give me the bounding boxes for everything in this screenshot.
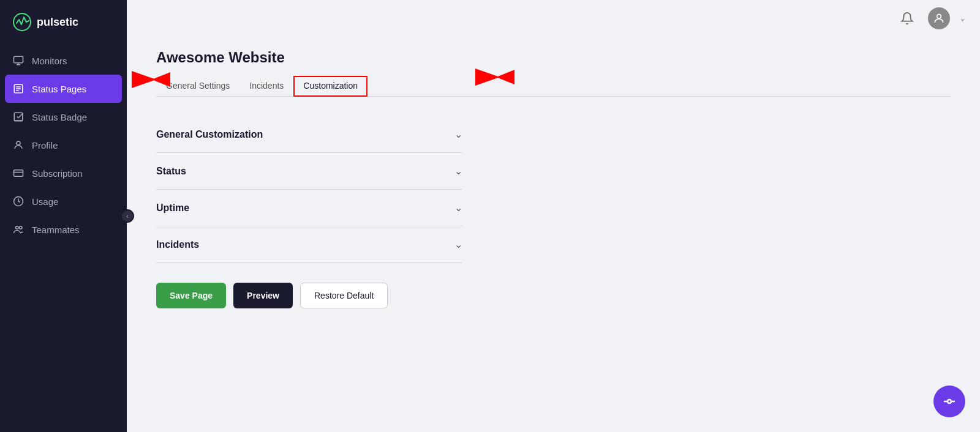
logo-text: pulsetic xyxy=(37,16,78,29)
user-avatar[interactable] xyxy=(928,7,950,29)
page-content: Awesome Website General Settings Inciden… xyxy=(127,37,980,432)
sidebar-item-monitors[interactable]: Monitors xyxy=(0,47,127,75)
tab-customization[interactable]: Customization xyxy=(293,76,368,97)
customization-accordion: General Customization ⌄ Status ⌄ Uptime … xyxy=(156,116,462,263)
restore-default-button[interactable]: Restore Default xyxy=(300,283,388,308)
profile-icon xyxy=(12,139,24,151)
accordion-header-status[interactable]: Status ⌄ xyxy=(156,153,462,189)
sidebar-item-subscription[interactable]: Subscription xyxy=(0,159,127,187)
accordion-general-customization: General Customization ⌄ xyxy=(156,116,462,153)
monitor-icon xyxy=(12,54,24,67)
status-badge-icon xyxy=(12,111,24,123)
tab-general-settings[interactable]: General Settings xyxy=(156,76,239,97)
svg-point-15 xyxy=(20,226,23,229)
teammates-icon xyxy=(12,223,24,236)
svg-point-10 xyxy=(17,141,20,145)
sidebar-item-teammates[interactable]: Teammates xyxy=(0,215,127,244)
svg-rect-8 xyxy=(14,113,23,121)
accordion-chevron-incidents: ⌄ xyxy=(454,239,462,250)
tab-incidents[interactable]: Incidents xyxy=(239,76,293,97)
page-title: Awesome Website xyxy=(156,49,951,66)
accordion-chevron-general: ⌄ xyxy=(454,128,462,140)
sidebar-collapse-button[interactable]: ‹ xyxy=(121,209,134,223)
chat-bubble-button[interactable] xyxy=(933,385,965,417)
teammates-label: Teammates xyxy=(32,225,80,235)
sidebar-nav: Monitors Status Pages Status Badge xyxy=(0,42,127,432)
pulsetic-logo-icon xyxy=(12,12,32,32)
accordion-title-uptime: Uptime xyxy=(156,203,189,214)
accordion-header-uptime[interactable]: Uptime ⌄ xyxy=(156,190,462,226)
accordion-chevron-status: ⌄ xyxy=(454,165,462,177)
preview-button[interactable]: Preview xyxy=(233,283,293,308)
profile-label: Profile xyxy=(32,140,58,151)
logo: pulsetic xyxy=(0,0,127,42)
accordion-header-incidents[interactable]: Incidents ⌄ xyxy=(156,226,462,263)
usage-icon xyxy=(12,195,24,207)
action-buttons: Save Page Preview Restore Default xyxy=(156,283,951,308)
svg-rect-1 xyxy=(14,56,23,63)
monitors-label: Monitors xyxy=(32,56,67,66)
status-badge-label: Status Badge xyxy=(32,112,87,122)
sidebar-item-status-badge[interactable]: Status Badge xyxy=(0,103,127,131)
accordion-header-general[interactable]: General Customization ⌄ xyxy=(156,116,462,152)
page-tabs: General Settings Incidents Customization xyxy=(156,76,951,97)
accordion-uptime: Uptime ⌄ xyxy=(156,190,462,226)
accordion-status: Status ⌄ xyxy=(156,153,462,190)
sidebar-item-status-pages[interactable]: Status Pages xyxy=(5,75,122,103)
subscription-label: Subscription xyxy=(32,168,83,179)
sidebar-item-profile[interactable]: Profile xyxy=(0,131,127,159)
accordion-incidents: Incidents ⌄ xyxy=(156,226,462,263)
notifications-button[interactable] xyxy=(896,7,918,29)
sidebar-item-usage[interactable]: Usage xyxy=(0,187,127,215)
accordion-title-status: Status xyxy=(156,166,186,177)
svg-point-16 xyxy=(937,14,941,18)
subscription-icon xyxy=(12,167,24,179)
status-pages-label: Status Pages xyxy=(32,84,86,94)
user-menu-chevron[interactable]: ⌄ xyxy=(960,15,965,23)
svg-point-14 xyxy=(16,226,19,229)
status-pages-icon xyxy=(12,83,24,95)
top-header: ⌄ xyxy=(127,0,980,37)
accordion-title-general: General Customization xyxy=(156,129,263,140)
save-page-button[interactable]: Save Page xyxy=(156,283,226,308)
sidebar: pulsetic Monitors Status Pages xyxy=(0,0,127,432)
accordion-chevron-uptime: ⌄ xyxy=(454,202,462,214)
usage-label: Usage xyxy=(32,196,58,207)
svg-rect-11 xyxy=(14,170,23,177)
main-content: ⌄ Awesome Website General Settings Incid… xyxy=(127,0,980,432)
accordion-title-incidents: Incidents xyxy=(156,239,199,250)
svg-point-23 xyxy=(948,400,951,403)
